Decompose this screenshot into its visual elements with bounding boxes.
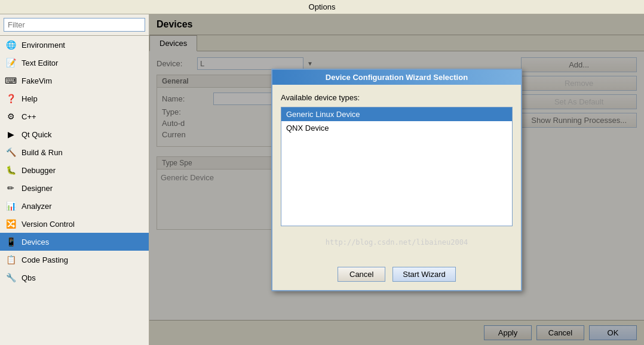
sidebar-item-qbs[interactable]: 🔧 Qbs	[0, 269, 149, 287]
sidebar-label-help: Help	[22, 94, 38, 103]
sidebar-label-version-control: Version Control	[22, 220, 75, 229]
content-area: Devices Devices Device: ▼ Genera	[149, 14, 644, 345]
sidebar-label-qt-quick: Qt Quick	[22, 130, 52, 139]
modal-cancel-button[interactable]: Cancel	[338, 267, 385, 282]
modal-title: Device Configuration Wizard Selection	[326, 73, 468, 82]
fakevim-icon: ⌨	[5, 75, 17, 87]
sidebar-item-environment[interactable]: 🌐 Environment	[0, 36, 149, 54]
sidebar-label-fakevim: FakeVim	[22, 76, 52, 85]
environment-icon: 🌐	[5, 39, 17, 51]
sidebar-item-debugger[interactable]: 🐛 Debugger	[0, 161, 149, 179]
sidebar-item-build-run[interactable]: 🔨 Build & Run	[0, 143, 149, 161]
window-title-bar: Options	[0, 0, 644, 14]
analyzer-icon: 📊	[5, 200, 17, 212]
sidebar-label-text-editor: Text Editor	[22, 58, 58, 67]
build-run-icon: 🔨	[5, 146, 17, 158]
modal-body: Available device types: Generic Linux De…	[272, 85, 521, 261]
sidebar-item-fakevim[interactable]: ⌨ FakeVim	[0, 72, 149, 90]
sidebar-label-cpp: C++	[22, 112, 36, 121]
sidebar-item-designer[interactable]: ✏ Designer	[0, 179, 149, 197]
sidebar-item-text-editor[interactable]: 📝 Text Editor	[0, 54, 149, 72]
sidebar-label-analyzer: Analyzer	[22, 202, 52, 211]
version-control-icon: 🔀	[5, 218, 17, 230]
device-type-item-generic-linux[interactable]: Generic Linux Device	[281, 107, 512, 121]
modal-title-bar: Device Configuration Wizard Selection	[272, 70, 521, 85]
window-title: Options	[309, 2, 336, 11]
sidebar-label-debugger: Debugger	[22, 166, 56, 175]
cpp-icon: ⚙	[5, 110, 17, 122]
sidebar-label-qbs: Qbs	[22, 273, 36, 282]
help-icon: ❓	[5, 93, 17, 104]
sidebar-item-help[interactable]: ❓ Help	[0, 90, 149, 107]
sidebar-item-version-control[interactable]: 🔀 Version Control	[0, 215, 149, 233]
filter-input[interactable]	[4, 18, 145, 32]
sidebar-label-environment: Environment	[22, 41, 65, 50]
text-editor-icon: 📝	[5, 57, 17, 69]
sidebar-list: 🌐 Environment 📝 Text Editor ⌨ FakeVim ❓ …	[0, 36, 149, 345]
device-type-item-qnx[interactable]: QNX Device	[281, 121, 512, 135]
qbs-icon: 🔧	[5, 272, 17, 284]
designer-icon: ✏	[5, 182, 17, 194]
sidebar-label-code-pasting: Code Pasting	[22, 255, 68, 264]
modal-overlay: Device Configuration Wizard Selection Av…	[149, 14, 644, 345]
modal-start-wizard-button[interactable]: Start Wizard	[392, 267, 456, 282]
modal-dialog: Device Configuration Wizard Selection Av…	[271, 69, 522, 291]
sidebar: 🌐 Environment 📝 Text Editor ⌨ FakeVim ❓ …	[0, 14, 149, 345]
sidebar-item-code-pasting[interactable]: 📋 Code Pasting	[0, 251, 149, 269]
modal-section-label: Available device types:	[281, 93, 513, 102]
debugger-icon: 🐛	[5, 164, 17, 176]
modal-footer: Cancel Start Wizard	[272, 261, 521, 290]
sidebar-label-designer: Designer	[22, 184, 53, 193]
sidebar-label-devices: Devices	[22, 238, 49, 247]
devices-icon: 📱	[5, 236, 17, 248]
filter-box	[0, 14, 149, 36]
sidebar-item-cpp[interactable]: ⚙ C++	[0, 107, 149, 125]
sidebar-item-devices[interactable]: 📱 Devices	[0, 233, 149, 251]
modal-watermark: http://blog.csdn.net/libaineu2004	[281, 226, 513, 252]
code-pasting-icon: 📋	[5, 254, 17, 266]
sidebar-label-build-run: Build & Run	[22, 148, 63, 157]
sidebar-item-analyzer[interactable]: 📊 Analyzer	[0, 197, 149, 215]
qt-quick-icon: ▶	[5, 128, 17, 140]
device-type-list: Generic Linux DeviceQNX Device	[281, 107, 513, 226]
sidebar-item-qt-quick[interactable]: ▶ Qt Quick	[0, 125, 149, 143]
